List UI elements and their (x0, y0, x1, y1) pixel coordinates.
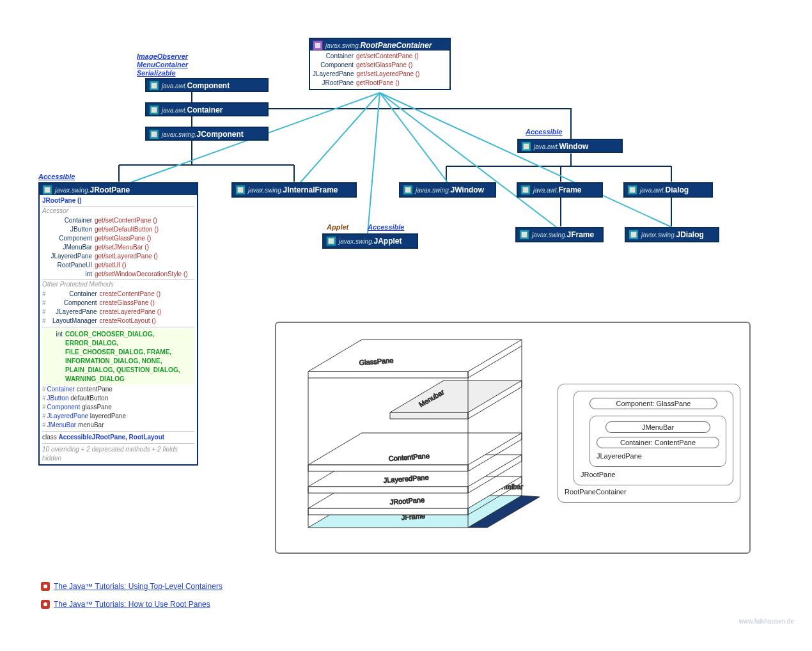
class-icon (627, 185, 637, 195)
svg-line-11 (368, 93, 380, 233)
pill-glasspane: Component: GlassPane (589, 398, 717, 409)
class-jcomponent[interactable]: javax.swing.JComponent (145, 127, 269, 141)
svg-line-13 (380, 93, 556, 227)
svg-line-12 (380, 93, 448, 182)
class-icon (235, 185, 246, 195)
class-rootpanecontainer[interactable]: javax.swing. RootPaneContainer (309, 38, 451, 52)
oracle-icon (41, 582, 50, 591)
tutorial-link-1[interactable]: The Java™ Tutorials: Using Top-Level Con… (41, 582, 223, 591)
svg-marker-20 (308, 508, 468, 515)
class-jrootpane-body: JRootPane ()AccessorContainerget/setCont… (38, 195, 198, 466)
class-jdialog[interactable]: javax.swing.JDialog (625, 227, 719, 242)
class-jrootpane[interactable]: javax.swing.JRootPane (38, 182, 198, 196)
nested-diagram: Component: GlassPane JMenuBar Container:… (558, 384, 740, 503)
class-window[interactable]: java.awt.Window (517, 139, 623, 153)
svg-marker-32 (308, 372, 468, 378)
class-icon (42, 185, 52, 195)
svg-marker-31 (308, 340, 522, 372)
class-rootpanecontainer-body: Containerget/setContentPane ()Componentg… (309, 51, 451, 90)
class-icon (149, 105, 159, 115)
label-imageobserver[interactable]: ImageObserver MenuContainer Serializable (137, 52, 188, 77)
tutorial-link-2[interactable]: The Java™ Tutorials: How to Use Root Pan… (41, 600, 210, 609)
class-icon (149, 81, 159, 91)
pill-contentpane: Container: ContentPane (597, 437, 719, 448)
class-dialog[interactable]: java.awt.Dialog (623, 182, 713, 198)
footer-url[interactable]: www.falkhausen.de (739, 618, 794, 625)
oracle-icon (41, 600, 50, 609)
svg-marker-23 (308, 487, 468, 493)
class-container[interactable]: java.awt.Container (145, 102, 269, 116)
svg-line-10 (301, 93, 380, 182)
svg-marker-26 (308, 465, 468, 471)
class-icon (326, 236, 336, 246)
class-frame[interactable]: java.awt.Frame (517, 182, 603, 198)
label-accessible-jrootpane[interactable]: Accessible (38, 173, 75, 181)
svg-marker-28 (390, 380, 522, 412)
class-component[interactable]: java.awt.Component (145, 78, 269, 92)
class-jframe[interactable]: javax.swing.JFrame (515, 227, 604, 242)
svg-marker-29 (390, 412, 468, 419)
class-icon (521, 141, 531, 152)
label-accessible-japplet[interactable]: Accessible (368, 223, 404, 231)
class-jwindow[interactable]: javax.swing.JWindow (399, 182, 496, 198)
class-icon (149, 129, 159, 139)
class-icon (629, 230, 639, 240)
class-jinternalframe[interactable]: javax.swing.JInternalFrame (231, 182, 357, 198)
illustration-frame: JFrame Titelbar JRootPane JLayeredPane C… (275, 322, 751, 554)
pill-jmenubar: JMenuBar (605, 421, 710, 433)
class-japplet[interactable]: javax.swing.JApplet (322, 233, 418, 249)
class-icon (519, 230, 529, 240)
label-accessible-window[interactable]: Accessible (526, 128, 562, 136)
interface-icon (313, 40, 323, 51)
svg-line-14 (380, 93, 671, 227)
class-icon (403, 185, 413, 195)
label-applet[interactable]: Applet (327, 223, 348, 231)
class-icon (520, 185, 531, 195)
layers-3d: JFrame Titelbar JRootPane JLayeredPane C… (283, 328, 558, 549)
